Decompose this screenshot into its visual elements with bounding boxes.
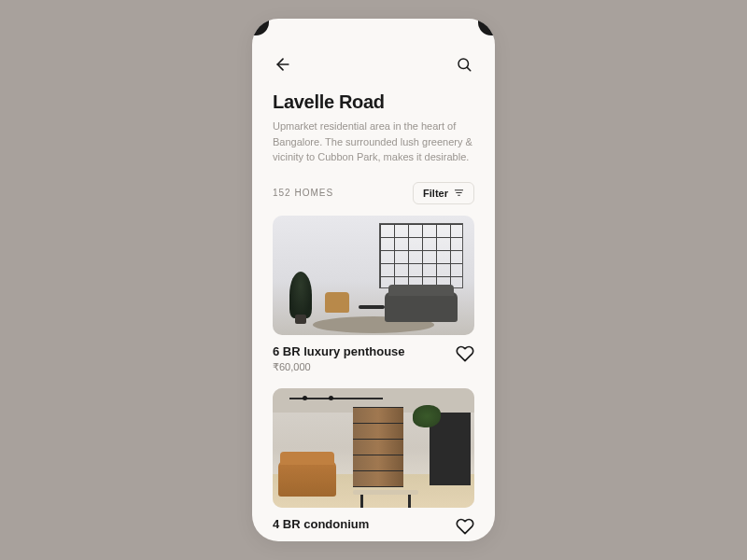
meta-row: 152 HOMES Filter [273,182,474,204]
app-screen: Lavelle Road Upmarket residential area i… [252,19,495,541]
homes-count: 152 HOMES [273,188,333,198]
filter-icon [454,188,464,198]
favorite-button[interactable] [456,344,474,363]
filter-label: Filter [423,188,448,199]
listing-info: 6 BR luxury penthouse ₹60,000 [273,344,474,373]
listing-image [273,388,474,508]
listing-price: ₹60,000 [273,361,405,373]
search-icon [456,56,472,73]
search-button[interactable] [454,54,474,75]
listing-card[interactable]: 4 BR condonium [273,388,474,536]
favorite-button[interactable] [456,517,474,536]
heart-icon [456,517,474,536]
page-title: Lavelle Road [273,91,474,113]
listing-info: 4 BR condonium [273,517,474,536]
header-bar [273,54,474,75]
filter-button[interactable]: Filter [413,182,474,204]
arrow-left-icon [274,55,292,74]
listing-image [273,216,474,335]
svg-line-2 [467,67,470,70]
listing-title: 6 BR luxury penthouse [273,344,405,358]
page-description: Upmarket residential area in the heart o… [273,119,474,165]
listing-title: 4 BR condonium [273,517,369,531]
heart-icon [456,344,474,363]
back-button[interactable] [273,54,293,75]
content-area: Lavelle Road Upmarket residential area i… [252,19,495,541]
listing-card[interactable]: 6 BR luxury penthouse ₹60,000 [273,216,474,373]
